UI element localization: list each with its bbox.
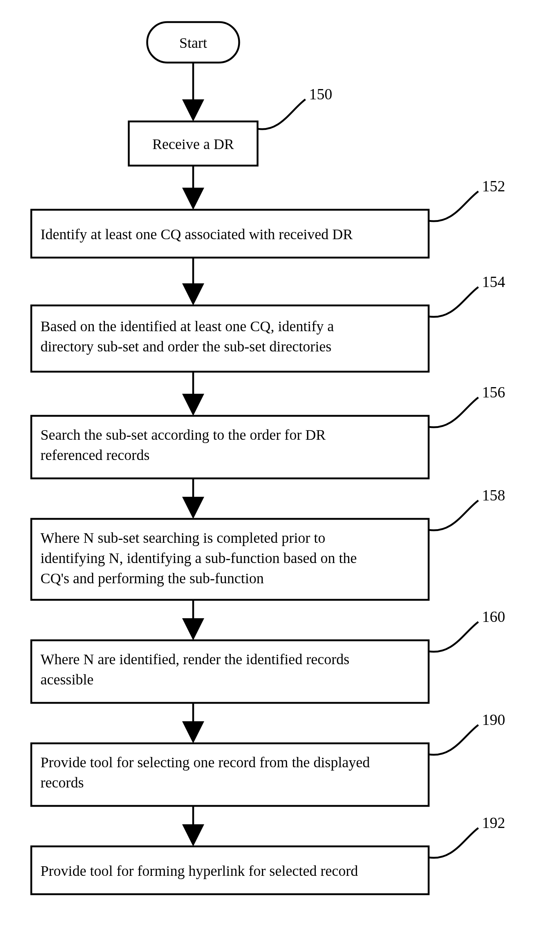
step-160-id: 160 bbox=[482, 608, 505, 625]
svg-rect-7 bbox=[31, 743, 429, 806]
step-150-id: 150 bbox=[309, 86, 332, 103]
callout-line bbox=[429, 828, 478, 858]
step-156-id: 156 bbox=[482, 384, 505, 401]
step-192-text: Provide tool for forming hyperlink for s… bbox=[40, 863, 358, 879]
step-160: Where N are identified, render the ident… bbox=[31, 608, 505, 703]
flowchart-svg: Start Receive a DR 150 Identify at least… bbox=[0, 0, 560, 938]
step-150: Receive a DR 150 bbox=[129, 86, 332, 166]
callout-line bbox=[429, 500, 478, 530]
step-152-id: 152 bbox=[482, 178, 505, 195]
step-152: Identify at least one CQ associated with… bbox=[31, 178, 505, 258]
callout-line bbox=[258, 99, 305, 129]
step-152-text: Identify at least one CQ associated with… bbox=[40, 226, 353, 243]
callout-line bbox=[429, 191, 478, 221]
step-190-text: Provide tool for selecting one record fr… bbox=[40, 754, 374, 791]
step-160-text: Where N are identified, render the ident… bbox=[40, 651, 353, 688]
step-192: Provide tool for forming hyperlink for s… bbox=[31, 814, 505, 894]
step-156-text: Search the sub-set according to the orde… bbox=[40, 426, 329, 463]
step-190: Provide tool for selecting one record fr… bbox=[31, 711, 505, 806]
step-158-id: 158 bbox=[482, 487, 505, 504]
step-154: Based on the identified at least one CQ,… bbox=[31, 274, 505, 372]
step-154-text: Based on the identified at least one CQ,… bbox=[40, 318, 338, 355]
step-150-text: Receive a DR bbox=[152, 136, 234, 152]
callout-line bbox=[429, 287, 478, 317]
step-158: Where N sub-set searching is completed p… bbox=[31, 487, 505, 600]
step-154-id: 154 bbox=[482, 274, 505, 290]
callout-line bbox=[429, 397, 478, 427]
callout-line bbox=[429, 725, 478, 755]
start-label: Start bbox=[179, 35, 207, 51]
step-192-id: 192 bbox=[482, 814, 505, 831]
step-156: Search the sub-set according to the orde… bbox=[31, 384, 505, 478]
callout-line bbox=[429, 622, 478, 652]
step-158-text: Where N sub-set searching is completed p… bbox=[40, 529, 361, 587]
start-node: Start bbox=[147, 22, 239, 63]
step-190-id: 190 bbox=[482, 711, 505, 728]
